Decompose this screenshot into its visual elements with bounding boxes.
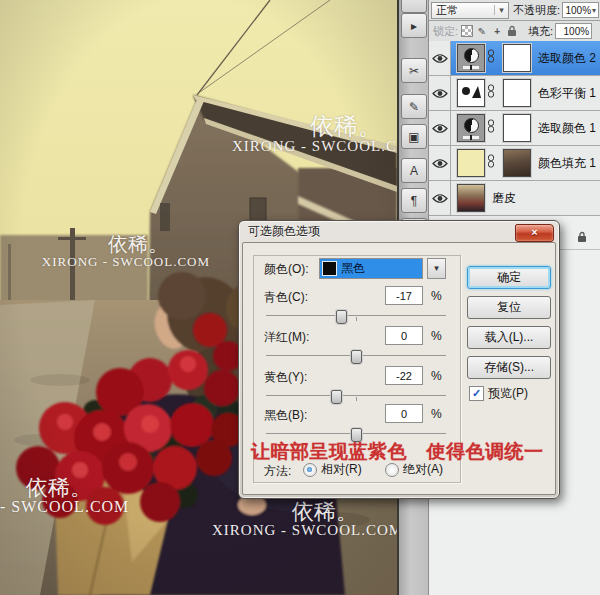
layer-comps-icon: ▣ [408, 130, 419, 144]
layer-row-color-fill-1[interactable]: 颜色填充 1 [429, 146, 600, 181]
layer-mask-thumbnail[interactable] [503, 149, 531, 177]
method-label: 方法: [264, 463, 291, 480]
close-button[interactable]: × [515, 224, 554, 242]
watermark: 依稀。 - SWCOOL.COM [0, 476, 129, 516]
brush-icon: ✎ [409, 100, 419, 114]
layer-mask-thumbnail[interactable] [503, 44, 531, 72]
visibility-eye-icon[interactable] [429, 181, 451, 215]
image-layer-thumbnail[interactable] [457, 184, 485, 212]
tutorial-annotation: 让暗部呈现蓝紫色 使得色调统一 [251, 439, 557, 465]
fill-value[interactable]: 100% [555, 23, 592, 39]
paragraph-panel-button[interactable]: ¶ [401, 188, 427, 213]
load-button[interactable]: 载入(L)... [467, 326, 551, 349]
visibility-eye-icon[interactable] [429, 41, 451, 75]
lock-all-icon[interactable] [506, 25, 518, 37]
layer-row-selective-color-2[interactable]: 选取颜色 2 [429, 41, 600, 76]
panel-lock-icon [577, 229, 587, 247]
dialog-title: 可选颜色选项 [239, 223, 320, 240]
opacity-label: 不透明度: [513, 3, 560, 18]
channel-row-magenta: 洋红(M): 0 % [243, 329, 463, 369]
opacity-value[interactable]: 100%▾ [562, 2, 599, 18]
channel-value-input[interactable]: 0 [385, 326, 423, 345]
color-row: 颜色(O): 黑色 ▾ [243, 258, 463, 278]
chevron-down-icon[interactable]: ▾ [427, 258, 446, 279]
slider-thumb[interactable] [336, 310, 347, 324]
character-panel-button[interactable]: A [401, 158, 427, 183]
watermark: 依稀。 XIRONG - SWCOOL.COM [232, 114, 396, 155]
selective-color-dialog: 可选颜色选项 × 颜色(O): 黑色 ▾ 青色(C): -17 % 洋红( [238, 220, 560, 499]
blend-mode-select[interactable]: 正常 ▾ [431, 2, 509, 19]
blend-mode-row: 正常 ▾ 不透明度: 100%▾ [429, 0, 600, 21]
ok-button[interactable]: 确定 [467, 266, 551, 289]
channel-slider[interactable] [266, 351, 446, 365]
layer-name[interactable]: 选取颜色 2 [538, 50, 596, 67]
channel-label: 青色(C): [264, 289, 308, 306]
slider-thumb[interactable] [331, 390, 342, 404]
layer-name[interactable]: 磨皮 [492, 190, 516, 207]
tools-panel-button[interactable]: ✂ [401, 58, 427, 83]
layer-name[interactable]: 颜色填充 1 [538, 155, 596, 172]
fill-layer-thumbnail[interactable] [457, 149, 485, 177]
channel-value-input[interactable]: -17 [385, 286, 423, 305]
layer-row-smoothing[interactable]: 磨皮 [429, 181, 600, 216]
play-icon: ▸ [411, 19, 417, 33]
channel-slider[interactable] [266, 311, 446, 325]
watermark: 依稀。 XIRONG - SWCOOL.COM [28, 234, 210, 269]
channel-row-cyan: 青色(C): -17 % [243, 289, 463, 329]
color-select[interactable]: 黑色 [319, 258, 423, 279]
close-icon: × [531, 226, 537, 238]
dialog-titlebar[interactable]: 可选颜色选项 × [239, 221, 559, 242]
black-color-swatch [322, 261, 337, 276]
save-button[interactable]: 存储(S)... [467, 356, 551, 379]
chevron-down-icon: ▾ [592, 6, 596, 15]
channel-value-input[interactable]: 0 [385, 404, 423, 423]
lock-paint-icon[interactable]: ✎ [476, 25, 488, 37]
layer-row-selective-color-1[interactable]: 选取颜色 1 [429, 111, 600, 146]
channel-slider[interactable] [266, 391, 446, 405]
layer-name[interactable]: 色彩平衡 1 [538, 85, 596, 102]
preview-label: 预览(P) [488, 385, 528, 402]
color-selected-option: 黑色 [320, 259, 422, 278]
play-actions-panel-button[interactable]: ▸ [401, 13, 427, 38]
layer-mask-link-icon [487, 119, 495, 137]
channel-value-input[interactable]: -22 [385, 366, 423, 385]
adjustment-layer-thumbnail[interactable] [457, 79, 485, 107]
panel-button-partial[interactable] [401, 0, 427, 13]
layer-mask-link-icon [487, 49, 495, 67]
layer-mask-thumbnail[interactable] [503, 79, 531, 107]
lock-label: 锁定: [433, 24, 458, 39]
lock-transparency-icon[interactable] [461, 25, 473, 37]
layer-name[interactable]: 选取颜色 1 [538, 120, 596, 137]
reset-button[interactable]: 复位 [467, 296, 551, 319]
visibility-eye-icon[interactable] [429, 76, 451, 110]
layer-mask-link-icon [487, 84, 495, 102]
layer-mask-link-icon [487, 154, 495, 172]
visibility-eye-icon[interactable] [429, 146, 451, 180]
channel-label: 洋红(M): [264, 329, 309, 346]
visibility-eye-icon[interactable] [429, 111, 451, 145]
checkbox-checked-icon[interactable]: ✓ [469, 386, 484, 401]
brush-panel-button[interactable]: ✎ [401, 94, 427, 119]
preview-checkbox-row[interactable]: ✓ 预览(P) [469, 385, 528, 402]
layer-mask-thumbnail[interactable] [503, 114, 531, 142]
layer-comps-panel-button[interactable]: ▣ [401, 124, 427, 149]
dialog-body: 颜色(O): 黑色 ▾ 青色(C): -17 % 洋红(M): 0 % [242, 242, 556, 495]
channel-label: 黄色(Y): [264, 369, 307, 386]
channel-label: 黑色(B): [264, 407, 307, 424]
paragraph-icon: ¶ [411, 194, 417, 208]
watermark: 依稀。 XIRONG - SWCOOL.COM [212, 500, 392, 539]
lock-fill-row: 锁定: ✎ + 填充: 100% [429, 21, 600, 42]
scissors-icon: ✂ [409, 64, 419, 78]
fill-label: 填充: [528, 24, 553, 39]
character-icon: A [410, 164, 418, 178]
lock-move-icon[interactable]: + [491, 25, 503, 37]
layer-row-color-balance-1[interactable]: 色彩平衡 1 [429, 76, 600, 111]
adjustment-layer-thumbnail[interactable] [457, 44, 485, 72]
color-label: 颜色(O): [264, 261, 309, 278]
chevron-down-icon: ▾ [494, 5, 508, 15]
adjustment-layer-thumbnail[interactable] [457, 114, 485, 142]
slider-thumb[interactable] [351, 350, 362, 364]
channel-row-yellow: 黄色(Y): -22 % [243, 369, 463, 409]
